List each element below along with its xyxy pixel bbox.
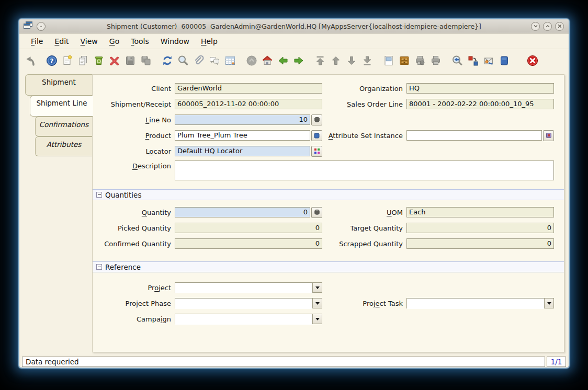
menu-view[interactable]: View <box>75 36 104 47</box>
tab-shipment-line[interactable]: Shipment Line <box>30 96 93 117</box>
workflow-icon[interactable] <box>466 54 480 67</box>
copy-record-icon[interactable] <box>76 54 90 67</box>
parent-record-icon[interactable] <box>276 54 290 67</box>
product-field[interactable]: Plum Tree_Plum Tree <box>175 130 310 141</box>
detail-record-icon[interactable] <box>292 54 306 67</box>
row-line-no: Line No 10 <box>93 112 564 128</box>
print-icon[interactable] <box>429 54 443 67</box>
description-field[interactable] <box>175 160 554 180</box>
attribute-set-instance-button[interactable] <box>543 130 554 141</box>
window-title: Shipment (Customer) 600005 GardenAdmin@G… <box>19 22 569 30</box>
quantity-calculator-button[interactable] <box>311 207 322 218</box>
help-icon[interactable]: ? <box>45 54 59 67</box>
calculator-icon <box>314 209 320 215</box>
window-menu-icon[interactable] <box>24 21 33 31</box>
row-confirmed-scrapped: Confirmed Quantity 0 Scrapped Quantity 0 <box>93 236 564 251</box>
uom-field: Each <box>406 207 554 217</box>
chevron-down-icon[interactable] <box>312 314 322 324</box>
statusbar-message: Data requeried <box>22 357 545 367</box>
client-label: Client <box>93 85 175 93</box>
shipment-receipt-label: Shipment/Receipt <box>93 100 175 108</box>
print-preview-icon[interactable] <box>413 54 427 67</box>
next-record-icon[interactable] <box>345 54 358 67</box>
menu-file[interactable]: File <box>25 36 49 47</box>
row-quantity-uom: Quantity 0 UOM Each <box>93 204 564 220</box>
attribute-set-instance-field[interactable] <box>406 130 542 141</box>
target-quantity-field: 0 <box>406 223 554 233</box>
section-reference: Reference <box>93 261 564 272</box>
attachment-icon[interactable] <box>192 54 206 67</box>
menu-tools[interactable]: Tools <box>125 36 155 47</box>
line-no-calculator-button[interactable] <box>311 114 322 125</box>
zoom-across-icon[interactable] <box>450 54 464 67</box>
row-description: Description <box>93 159 564 183</box>
locator-field[interactable]: Default HQ Locator <box>175 146 310 156</box>
svg-text:?: ? <box>50 58 54 65</box>
new-record-icon[interactable] <box>61 54 74 67</box>
project-task-label: Project Task <box>322 300 406 307</box>
save-and-create-icon[interactable] <box>139 54 153 67</box>
campaign-dropdown[interactable] <box>175 314 322 324</box>
project-phase-label: Project Phase <box>93 300 175 307</box>
client-field: GardenWorld <box>175 83 322 94</box>
scrapped-quantity-label: Scrapped Quantity <box>322 240 406 248</box>
chevron-down-icon[interactable] <box>312 283 322 292</box>
project-dropdown[interactable] <box>175 282 322 293</box>
project-task-dropdown[interactable] <box>406 298 554 308</box>
row-campaign: Campaign <box>93 311 564 327</box>
toolbar: ? <box>19 49 569 72</box>
archive-icon[interactable] <box>398 54 411 67</box>
menu-edit[interactable]: Edit <box>49 36 74 47</box>
report-icon[interactable] <box>382 54 395 67</box>
collapse-icon[interactable] <box>96 264 102 270</box>
product-search-button[interactable] <box>311 130 322 141</box>
locator-button[interactable] <box>311 146 322 157</box>
history-icon[interactable] <box>245 54 258 67</box>
product-label: Product <box>93 132 175 140</box>
check-requests-icon[interactable] <box>482 54 495 67</box>
first-record-icon[interactable] <box>313 54 327 67</box>
quantity-field[interactable]: 0 <box>175 207 310 217</box>
line-no-field[interactable]: 10 <box>175 114 310 125</box>
close-icon[interactable] <box>555 22 564 31</box>
organization-label: Organization <box>322 85 406 93</box>
target-quantity-label: Target Quantity <box>322 224 406 232</box>
row-product-asi: Product Plum Tree_Plum Tree Attribute Se… <box>93 128 564 143</box>
delete-record-icon[interactable] <box>92 54 106 67</box>
previous-record-icon[interactable] <box>329 54 343 67</box>
maximize-icon[interactable] <box>543 22 552 31</box>
collapse-icon[interactable] <box>96 192 102 198</box>
save-icon[interactable] <box>123 54 137 67</box>
undo-icon[interactable] <box>24 54 37 67</box>
menu-window[interactable]: Window <box>155 36 195 47</box>
toggle-grid-icon[interactable] <box>223 54 237 67</box>
find-icon[interactable] <box>176 54 190 67</box>
tab-shipment[interactable]: Shipment <box>25 74 92 96</box>
project-phase-dropdown[interactable] <box>175 298 322 308</box>
minimize-icon[interactable] <box>531 22 540 31</box>
status-bar: Data requeried 1/1 <box>19 355 569 368</box>
row-shipment-salesorder: Shipment/Receipt 600005_2012-11-02 00:00… <box>93 96 564 112</box>
menu-help[interactable]: Help <box>195 36 223 47</box>
tab-attributes[interactable]: Attributes <box>35 136 92 156</box>
product-info-icon[interactable] <box>497 54 511 67</box>
attribute-set-instance-label: Attribute Set Instance <box>322 132 406 140</box>
application-window: Shipment (Customer) 600005 GardenAdmin@G… <box>19 19 569 368</box>
tab-confirmations[interactable]: Confirmations <box>35 117 92 136</box>
calculator-icon <box>314 117 320 123</box>
last-record-icon[interactable] <box>360 54 374 67</box>
chat-icon[interactable] <box>208 54 221 67</box>
exit-icon[interactable] <box>526 54 539 67</box>
shade-button[interactable] <box>37 22 46 31</box>
refresh-icon[interactable] <box>161 54 174 67</box>
content-area: Shipment Shipment Line Confirmations Att… <box>19 72 569 355</box>
row-client-organization: Client GardenWorld Organization HQ <box>93 81 564 96</box>
reference-section-title: Reference <box>105 263 141 271</box>
campaign-label: Campaign <box>93 315 175 323</box>
chevron-down-icon[interactable] <box>544 299 553 308</box>
description-label: Description <box>93 160 175 170</box>
delete-selection-icon[interactable] <box>108 54 121 67</box>
chevron-down-icon[interactable] <box>312 299 322 308</box>
home-icon[interactable] <box>261 54 274 67</box>
menu-go[interactable]: Go <box>104 36 125 47</box>
